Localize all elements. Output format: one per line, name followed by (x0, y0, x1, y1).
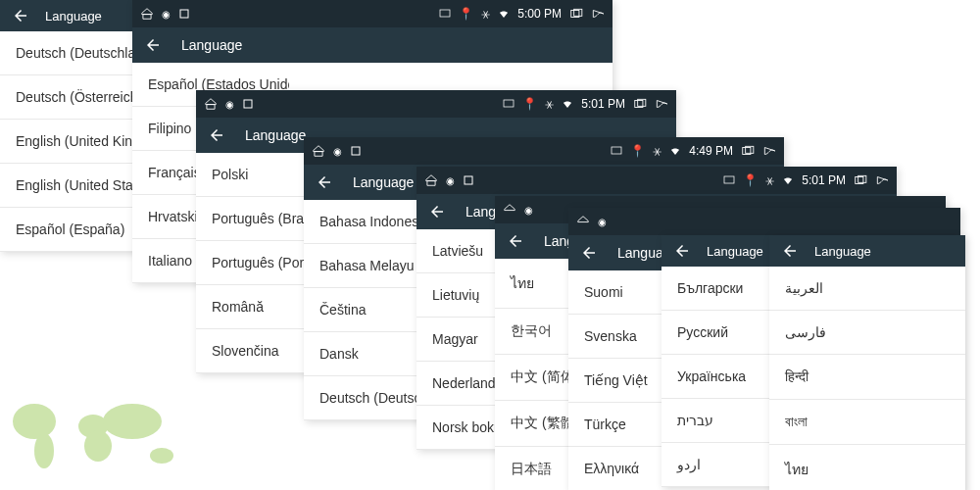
wifi-icon (498, 8, 510, 20)
back-icon[interactable] (580, 244, 598, 262)
header-title: Language (707, 244, 763, 259)
list-item[interactable]: Türkçe (568, 403, 666, 447)
header-bar: Language (769, 235, 965, 267)
status-dot-icon: ◉ (162, 9, 171, 20)
list-item[interactable]: Ελληνικά (568, 447, 666, 490)
list-item[interactable]: বাংলা (769, 400, 965, 445)
header-title: Language (45, 9, 102, 24)
list-item[interactable]: Dansk (304, 332, 431, 376)
header-title: Language (245, 127, 306, 143)
header-title: Language (181, 37, 242, 53)
world-map-decoration (0, 392, 196, 490)
list-item[interactable]: العربية (769, 267, 965, 311)
cast-icon (723, 174, 735, 186)
list-item[interactable]: Русский (662, 311, 769, 355)
square-icon (178, 8, 190, 20)
home-icon[interactable] (503, 203, 516, 217)
home-icon[interactable] (312, 144, 325, 158)
recents-icon[interactable] (633, 97, 647, 111)
cast-icon (439, 8, 451, 20)
list-item[interactable]: اردو (662, 443, 769, 487)
svg-rect-10 (244, 100, 252, 108)
back-icon[interactable] (12, 7, 29, 24)
list-item[interactable]: Bahasa Melayu (304, 244, 431, 288)
language-list: Bahasa Indonesia Bahasa Melayu Čeština D… (304, 200, 431, 420)
back-icon[interactable] (316, 173, 333, 191)
list-item[interactable]: ไทย (769, 445, 965, 490)
back-icon[interactable] (428, 203, 446, 220)
status-bar: ◉ (568, 208, 960, 235)
status-dot-icon: ◉ (446, 175, 455, 186)
clock-time: 5:01 PM (802, 173, 846, 187)
list-item[interactable]: Bahasa Indonesia (304, 200, 431, 244)
list-item[interactable]: Tiếng Việt (568, 359, 666, 403)
status-dot-icon: ◉ (333, 146, 342, 157)
status-dot-icon: ◉ (225, 99, 234, 110)
wifi-icon (562, 98, 573, 110)
list-item[interactable]: हिन्दी (769, 355, 965, 400)
wifi-icon (782, 174, 794, 186)
list-item[interactable]: Svenska (568, 315, 666, 359)
home-icon[interactable] (204, 97, 218, 111)
list-item[interactable]: فارسی (769, 311, 965, 355)
clock-time: 5:00 PM (517, 7, 562, 21)
svg-point-1 (34, 433, 54, 468)
bluetooth-icon: ⚹ (481, 8, 490, 21)
list-item[interactable]: Deutsch (Deutschland) (304, 376, 431, 420)
back-icon[interactable] (673, 242, 691, 260)
panel-8: Language العربية فارسی हिन्दी বাংলা ไทย (769, 235, 965, 490)
language-list: Suomi Svenska Tiếng Việt Türkçe Ελληνικά (568, 270, 666, 490)
svg-point-4 (103, 404, 162, 439)
home-icon[interactable] (424, 173, 438, 187)
bluetooth-icon: ⚹ (545, 98, 554, 111)
language-list: Български Русский Українська עברית اردو (662, 267, 769, 487)
language-list: العربية فارسی हिन्दी বাংলা ไทย (769, 267, 965, 490)
location-icon: 📍 (630, 144, 645, 158)
list-item[interactable]: Čeština (304, 288, 431, 332)
svg-rect-6 (180, 10, 188, 18)
svg-point-5 (150, 448, 173, 464)
list-item[interactable]: עברית (662, 399, 769, 443)
svg-rect-15 (612, 147, 621, 154)
back-nav-icon[interactable] (762, 144, 776, 158)
list-item[interactable]: Українська (662, 355, 769, 399)
square-icon (350, 145, 362, 157)
back-icon[interactable] (507, 232, 524, 250)
cast-icon (503, 98, 514, 110)
location-icon: 📍 (743, 173, 758, 187)
back-nav-icon[interactable] (591, 7, 605, 21)
location-icon: 📍 (522, 97, 537, 111)
clock-time: 5:01 PM (581, 97, 625, 111)
recents-icon[interactable] (741, 144, 755, 158)
back-icon[interactable] (144, 36, 162, 54)
home-icon[interactable] (576, 215, 590, 228)
status-bar: ◉ 📍 ⚹ 5:01 PM (196, 90, 676, 118)
back-nav-icon[interactable] (655, 97, 668, 111)
square-icon (242, 98, 254, 110)
status-dot-icon: ◉ (524, 205, 533, 216)
svg-rect-18 (465, 176, 472, 184)
wifi-icon (669, 145, 681, 157)
location-icon: 📍 (459, 7, 473, 21)
status-bar: ◉ 📍 ⚹ 5:00 PM (132, 0, 612, 27)
list-item[interactable]: Български (662, 267, 769, 311)
home-icon[interactable] (140, 7, 154, 21)
back-icon[interactable] (781, 242, 799, 260)
status-bar: ◉ 📍 ⚹ 4:49 PM (304, 137, 784, 165)
header-bar: Language (132, 27, 612, 63)
cast-icon (611, 145, 622, 157)
svg-rect-11 (504, 100, 514, 107)
back-nav-icon[interactable] (875, 173, 889, 187)
bluetooth-icon: ⚹ (653, 145, 662, 158)
status-bar: ◉ 📍 ⚹ 5:01 PM (416, 167, 897, 194)
status-dot-icon: ◉ (598, 217, 607, 227)
list-item[interactable]: Suomi (568, 270, 666, 315)
back-icon[interactable] (208, 126, 225, 144)
svg-rect-19 (724, 176, 734, 183)
bluetooth-icon: ⚹ (765, 174, 774, 187)
recents-icon[interactable] (569, 7, 583, 21)
header-title: Language (814, 244, 871, 259)
clock-time: 4:49 PM (689, 144, 733, 158)
recents-icon[interactable] (854, 173, 867, 187)
header-title: Language (353, 174, 414, 190)
